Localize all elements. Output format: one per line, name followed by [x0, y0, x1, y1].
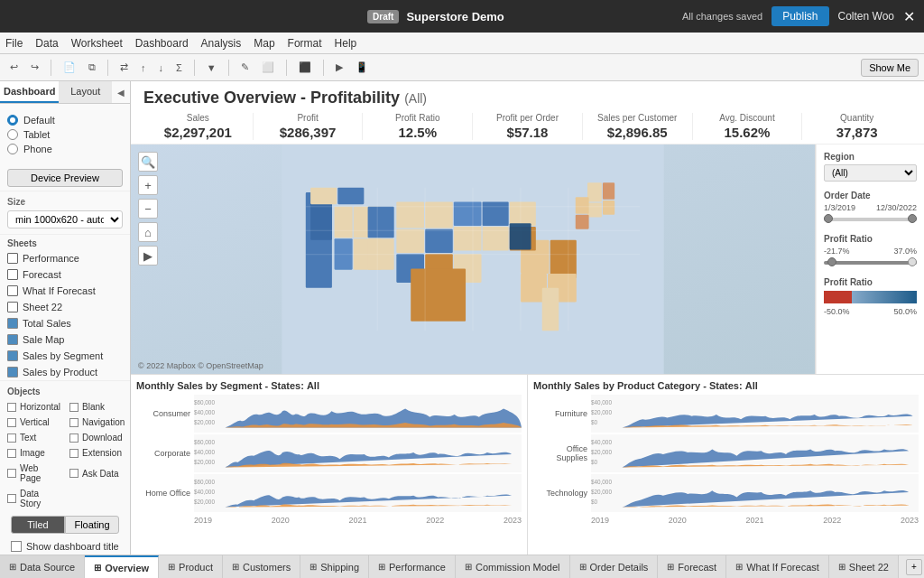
menu-map[interactable]: Map — [254, 37, 274, 50]
device-default[interactable]: Default — [7, 113, 123, 127]
tab-order-details[interactable]: ⊞ Order Details — [570, 555, 659, 578]
map-home-button[interactable]: ⌂ — [138, 222, 158, 242]
home-office-label: Home Office — [136, 489, 190, 498]
sidebar-tab-dashboard[interactable]: Dashboard — [0, 81, 59, 103]
filter-pr2-max: 50.0% — [893, 307, 917, 316]
sheet-performance[interactable]: Performance — [0, 250, 130, 266]
menu-dashboard[interactable]: Dashboard — [135, 37, 189, 50]
device-button[interactable]: 📱 — [351, 59, 373, 76]
object-text[interactable]: Text — [4, 431, 64, 444]
redo-button[interactable]: ↪ — [26, 59, 43, 76]
tooltip-button[interactable]: ⬜ — [257, 59, 279, 76]
tab-forecast[interactable]: ⊞ Forecast — [658, 555, 726, 578]
sum-button[interactable]: Σ — [171, 60, 187, 76]
tab-performance[interactable]: ⊞ Performance — [369, 555, 456, 578]
device-preview-button[interactable]: Device Preview — [7, 169, 123, 187]
object-label: Vertical — [20, 417, 50, 427]
new-tab-button[interactable]: + — [906, 559, 922, 575]
tiled-button[interactable]: Tiled — [11, 516, 65, 534]
device-tablet[interactable]: Tablet — [7, 127, 123, 142]
commission-sheet-icon: ⊞ — [465, 562, 472, 572]
object-blank[interactable]: Blank — [66, 400, 128, 414]
undo-button[interactable]: ↩ — [5, 59, 23, 76]
object-ask-data[interactable]: Ask Data — [66, 461, 128, 485]
map-search-button[interactable]: 🔍 — [138, 152, 158, 172]
order-date-slider[interactable] — [824, 218, 917, 221]
menu-format[interactable]: Format — [288, 37, 322, 50]
slider-right-thumb[interactable] — [908, 214, 917, 223]
sheet-forecast[interactable]: Forecast — [0, 266, 130, 283]
tableau-button[interactable]: ⬛ — [294, 59, 316, 76]
highlight-button[interactable]: ▼ — [202, 60, 221, 76]
map-zoom-in-button[interactable]: + — [138, 175, 158, 195]
close-button[interactable]: ✕ — [903, 8, 915, 25]
tab-shipping[interactable]: ⊞ Shipping — [300, 555, 369, 578]
sheet-sales-by-product[interactable]: Sales by Product — [0, 364, 130, 380]
object-navigation[interactable]: Navigation — [66, 415, 128, 429]
sidebar: Dashboard Layout ◀ Default Tablet Phone — [0, 81, 131, 555]
tab-customers[interactable]: ⊞ Customers — [223, 555, 300, 578]
map-expand-button[interactable]: ▶ — [138, 246, 158, 266]
tab-actions: + ◀ ▶ — [899, 559, 924, 575]
profit-ratio-slider[interactable] — [824, 261, 917, 265]
menu-file[interactable]: File — [5, 37, 23, 50]
new-worksheet-button[interactable]: 📄 — [59, 59, 80, 76]
floating-button[interactable]: Floating — [65, 516, 119, 534]
pr-slider-left[interactable] — [827, 257, 836, 266]
tab-commission-model[interactable]: ⊞ Commission Model — [456, 555, 570, 578]
show-me-button[interactable]: Show Me — [861, 59, 919, 77]
menu-help[interactable]: Help — [335, 37, 357, 50]
sort-asc-button[interactable]: ↑ — [136, 60, 151, 76]
dashboard-icon — [7, 350, 18, 361]
user-name[interactable]: Colten Woo — [838, 10, 894, 23]
object-image[interactable]: Image — [4, 446, 64, 460]
sheet-sale-map[interactable]: Sale Map — [0, 331, 130, 348]
menu-data[interactable]: Data — [35, 37, 58, 50]
duplicate-button[interactable]: ⧉ — [84, 59, 100, 76]
slider-left-thumb[interactable] — [824, 214, 833, 223]
filter-region-dropdown[interactable]: (All) — [824, 164, 917, 182]
sheet-sales-by-segment[interactable]: Sales by Segment — [0, 348, 130, 364]
sidebar-collapse-button[interactable]: ◀ — [112, 81, 130, 103]
svg-rect-12 — [483, 202, 509, 226]
sidebar-tab-layout[interactable]: Layout — [59, 81, 112, 103]
annotate-button[interactable]: ✎ — [236, 59, 254, 76]
tab-sheet22[interactable]: ⊞ Sheet 22 — [829, 555, 899, 578]
menu-worksheet[interactable]: Worksheet — [71, 37, 123, 50]
radio-default — [7, 115, 18, 126]
rx-label-2022: 2022 — [823, 516, 841, 525]
object-web-page[interactable]: Web Page — [4, 461, 64, 485]
object-vertical[interactable]: Vertical — [4, 415, 64, 429]
tab-what-if-forecast[interactable]: ⊞ What If Forecast — [726, 555, 829, 578]
sheet-total-sales[interactable]: Total Sales — [0, 315, 130, 331]
dashboard-title-checkbox[interactable] — [11, 541, 22, 552]
tab-overview[interactable]: ⊞ Overview — [85, 555, 159, 578]
technology-chart: $40,000 $20,000 $0 — [591, 474, 919, 512]
corporate-chart: $60,000 $40,000 $20,000 — [194, 434, 522, 472]
sort-desc-button[interactable]: ↓ — [154, 60, 169, 76]
map-zoom-out-button[interactable]: − — [138, 199, 158, 219]
object-horizontal[interactable]: Horizontal — [4, 400, 64, 414]
sheet-sheet22[interactable]: Sheet 22 — [0, 299, 130, 315]
publish-button[interactable]: Publish — [772, 6, 828, 26]
object-download[interactable]: Download — [66, 431, 128, 444]
present-button[interactable]: ▶ — [331, 59, 347, 76]
svg-rect-13 — [510, 202, 536, 226]
tab-product[interactable]: ⊞ Product — [159, 555, 223, 578]
swap-button[interactable]: ⇄ — [116, 59, 133, 76]
size-dropdown[interactable]: min 1000x620 - auto — [7, 210, 123, 228]
sheet-what-if-forecast[interactable]: What If Forecast — [0, 283, 130, 299]
tab-datasource[interactable]: ⊞ Data Source — [0, 555, 85, 578]
object-extension[interactable]: Extension — [66, 446, 128, 460]
svg-rect-8 — [550, 240, 577, 278]
object-data-story[interactable]: Data Story — [4, 487, 64, 510]
menu-analysis[interactable]: Analysis — [201, 37, 242, 50]
tile-float-controls: Tiled Floating — [11, 516, 119, 534]
pr-slider-right[interactable] — [908, 257, 917, 266]
filter-pr2-min: -50.0% — [824, 307, 850, 316]
dashboard-title-tag: (All) — [404, 91, 427, 106]
metric-quantity-value: 37,873 — [808, 125, 906, 140]
device-phone[interactable]: Phone — [7, 142, 123, 156]
filter-region: Region (All) — [824, 152, 917, 182]
filter-profit-ratio-values: -21.7% 37.0% — [824, 247, 917, 256]
